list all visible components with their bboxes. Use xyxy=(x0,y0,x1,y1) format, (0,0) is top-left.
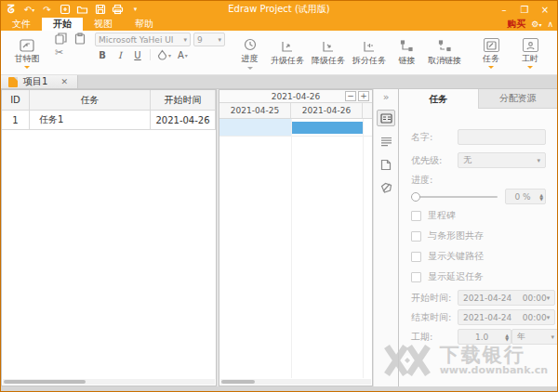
start-time-label: 开始时间: xyxy=(411,292,458,305)
column-header-task[interactable]: 任务 xyxy=(30,90,151,110)
paste-icon[interactable] xyxy=(74,33,86,45)
underline-button[interactable]: U xyxy=(132,50,143,60)
gantt-highlight-cell xyxy=(219,119,291,136)
ribbon: 甘特图 ✂ Microsoft YaHei UI▾ 9▾ xyxy=(1,31,557,75)
redo-button[interactable]: ↷ xyxy=(39,2,55,17)
progress-label: 进度: xyxy=(411,174,458,187)
duration-spinbox[interactable]: 1.0 ▲▼ xyxy=(458,329,512,345)
tab-task[interactable]: 任务 xyxy=(399,89,479,109)
duration-unit-select[interactable]: 年▾ xyxy=(512,329,558,345)
font-color-icon[interactable]: A▾ xyxy=(178,50,188,60)
task-table-panel: ID 任务 开始时间 1 任务1 2021-04-26 xyxy=(1,89,217,386)
critical-path-checkbox[interactable] xyxy=(411,252,421,262)
outline-list-icon[interactable] xyxy=(377,133,395,150)
watermark: 下载银行 www.downbank.cn xyxy=(384,344,548,377)
cell-task[interactable]: 任务1 xyxy=(30,111,151,129)
delayed-tasks-checkbox[interactable] xyxy=(411,272,421,282)
name-input[interactable] xyxy=(458,129,546,145)
gantt-date-col: 2021-04-26 xyxy=(291,103,363,118)
gantt-view-button[interactable]: 甘特图 xyxy=(8,39,46,69)
chevron-down-icon: ▾ xyxy=(547,294,551,302)
gantt-dropdown-icon xyxy=(24,66,30,69)
end-time-label: 结束时间: xyxy=(411,311,458,324)
tag-icon[interactable] xyxy=(377,179,395,196)
gantt-date-col: 2021-04-25 xyxy=(219,103,291,118)
tab-assign-resources[interactable]: 分配资源 xyxy=(479,89,558,109)
menu-file[interactable]: 文件 xyxy=(1,18,42,31)
table-horizontal-scrollbar[interactable] xyxy=(3,379,215,385)
menu-bar: 文件 开始 视图 帮助 购买 ⚙▾ ∧ xyxy=(1,18,557,31)
page-setup-icon[interactable] xyxy=(377,156,395,173)
minimize-button[interactable]: – xyxy=(494,1,514,18)
menu-help[interactable]: 帮助 xyxy=(124,18,165,31)
bottom-strip xyxy=(1,386,557,391)
collapse-ribbon-icon[interactable]: ∧ xyxy=(547,20,553,29)
buy-button[interactable]: 购买 xyxy=(507,18,525,31)
new-document-button[interactable] xyxy=(57,2,73,17)
start-time-select[interactable]: 2021-04-24 00:00▾ xyxy=(458,290,555,306)
progress-spinbox[interactable]: 0 % ▲▼ xyxy=(505,189,546,204)
italic-button[interactable]: I xyxy=(114,50,126,60)
menu-home[interactable]: 开始 xyxy=(42,18,83,31)
font-size-select[interactable]: 9▾ xyxy=(193,33,225,46)
gantt-task-bar[interactable] xyxy=(291,122,363,134)
quick-access-dropdown-icon[interactable]: ▾ xyxy=(127,2,143,17)
side-icon-strip: » xyxy=(374,89,398,386)
duration-label: 工期: xyxy=(411,331,458,344)
fill-color-icon[interactable]: ▾ xyxy=(157,49,171,60)
slider-knob[interactable] xyxy=(411,192,420,202)
column-header-start[interactable]: 开始时间 xyxy=(151,90,216,110)
print-button[interactable] xyxy=(110,2,126,17)
save-button[interactable] xyxy=(92,2,108,17)
gantt-zoom-in-button[interactable]: + xyxy=(358,91,369,101)
maximize-button[interactable]: ❐ xyxy=(514,1,535,18)
settings-gear-icon[interactable]: ⚙▾ xyxy=(531,20,541,29)
work-hours-button[interactable]: 工时 xyxy=(512,38,549,69)
panel-tabs: 任务 分配资源 xyxy=(399,89,557,109)
unlink-tasks-button[interactable]: 取消链接 xyxy=(426,40,463,67)
split-task-button[interactable]: 拆分任务 xyxy=(351,40,388,67)
document-tab[interactable]: 项目1 ✕ xyxy=(1,75,78,88)
milestone-checkbox[interactable] xyxy=(411,211,421,221)
document-tab-strip: 项目1 ✕ xyxy=(1,75,557,89)
promote-task-button[interactable]: 升级任务 xyxy=(269,40,306,67)
priority-select[interactable]: 无▾ xyxy=(458,152,546,168)
chevron-down-icon: ▾ xyxy=(551,333,554,341)
gantt-panel: 2021-04-26 − + 2021-04-25 2021-04-26 202… xyxy=(219,89,373,386)
chevron-down-icon: ▾ xyxy=(547,314,551,321)
font-family-select[interactable]: Microsoft YaHei UI▾ xyxy=(95,33,191,46)
watermark-title: 下载银行 xyxy=(440,346,548,364)
open-button[interactable] xyxy=(74,2,90,17)
progress-slider[interactable] xyxy=(411,191,498,203)
document-icon xyxy=(8,77,18,87)
demote-task-button[interactable]: 降级任务 xyxy=(310,40,347,67)
cell-id[interactable]: 1 xyxy=(2,111,30,129)
priority-label: 优先级: xyxy=(411,154,458,167)
gantt-horizontal-scrollbar[interactable] xyxy=(220,379,371,385)
undo-button[interactable]: ↶▾ xyxy=(21,2,37,17)
gantt-zoom-out-button[interactable]: − xyxy=(345,91,356,101)
cell-start[interactable]: 2021-04-26 xyxy=(151,111,216,129)
tab-close-icon[interactable]: ✕ xyxy=(60,77,68,86)
spin-down-icon: ▼ xyxy=(539,197,543,201)
cut-icon[interactable]: ✂ xyxy=(55,46,63,59)
tools-button[interactable]: 工具 xyxy=(551,38,558,69)
watermark-logo-icon xyxy=(384,344,432,377)
collapse-panel-icon[interactable]: » xyxy=(374,89,398,103)
table-row[interactable]: 1 任务1 2021-04-26 xyxy=(2,111,216,130)
coexist-bar-checkbox[interactable] xyxy=(411,231,421,242)
chevron-down-icon: ▾ xyxy=(537,157,540,164)
task-properties-icon[interactable] xyxy=(377,110,395,126)
progress-button[interactable]: 进度 xyxy=(234,38,265,70)
link-tasks-button[interactable]: 链接 xyxy=(392,40,422,67)
watermark-url: www.downbank.cn xyxy=(440,364,548,376)
menu-view[interactable]: 视图 xyxy=(83,18,124,31)
title-bar: ᘔ ↶▾ ↷ ▾ Edraw Project (试用版) – ❐ × xyxy=(1,1,557,18)
column-header-id[interactable]: ID xyxy=(2,90,30,110)
end-time-select[interactable]: 2021-04-24 00:00▾ xyxy=(458,309,555,325)
window-controls: – ❐ × xyxy=(494,1,555,18)
close-button[interactable]: × xyxy=(535,1,555,18)
bold-button[interactable]: B xyxy=(97,50,108,60)
copy-icon[interactable] xyxy=(55,33,67,45)
task-menu-button[interactable]: 任务 xyxy=(472,38,510,69)
